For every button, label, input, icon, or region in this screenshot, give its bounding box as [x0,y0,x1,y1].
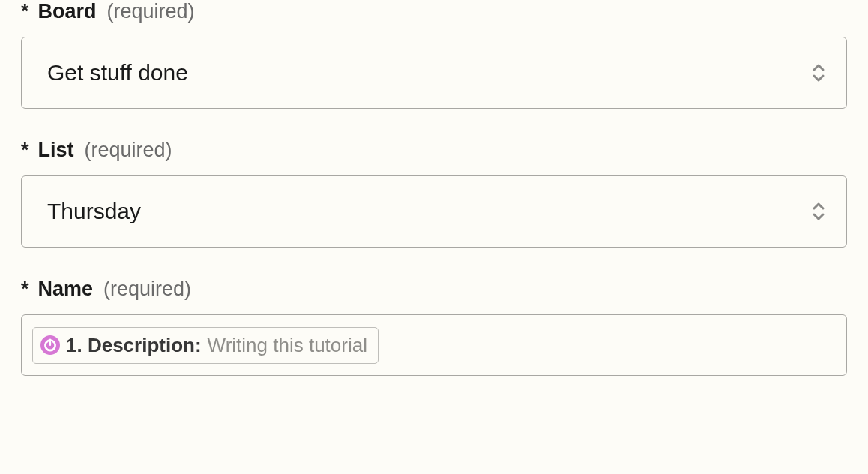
field-list: * List (required) Thursday [21,139,847,248]
label-row-board: * Board (required) [21,0,847,23]
token-value: Writing this tutorial [208,334,367,357]
required-asterisk: * [21,139,29,162]
required-hint-name: (required) [103,278,191,301]
label-row-list: * List (required) [21,139,847,162]
label-row-name: * Name (required) [21,278,847,301]
field-name: * Name (required) 1. Description: Writin… [21,278,847,376]
list-select-value: Thursday [47,199,141,224]
board-select-value: Get stuff done [47,60,188,86]
chevron-updown-icon [810,202,827,221]
label-list: List [38,139,74,162]
required-asterisk: * [21,0,29,23]
label-board: Board [38,0,97,23]
mapped-variable-token[interactable]: 1. Description: Writing this tutorial [32,327,379,364]
token-label: 1. Description: [66,334,202,357]
required-hint-board: (required) [107,0,195,23]
required-asterisk: * [21,278,29,301]
label-name: Name [38,278,94,301]
name-input[interactable]: 1. Description: Writing this tutorial [21,314,847,376]
list-select[interactable]: Thursday [21,176,847,248]
board-select[interactable]: Get stuff done [21,37,847,109]
power-icon [40,335,60,355]
required-hint-list: (required) [85,139,172,162]
field-board: * Board (required) Get stuff done [21,0,847,109]
chevron-updown-icon [810,63,827,82]
